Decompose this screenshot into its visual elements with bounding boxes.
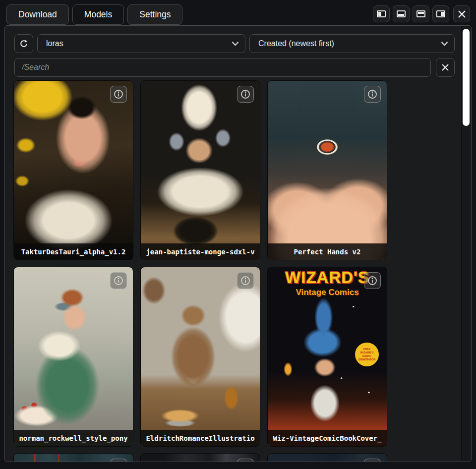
search-input[interactable] xyxy=(14,58,431,77)
info-icon xyxy=(113,462,124,462)
model-name: Wiz-VintageComicBookCover_ xyxy=(268,430,387,446)
tab-strip: Download Models Settings xyxy=(6,4,182,25)
info-button[interactable] xyxy=(110,86,127,103)
info-button[interactable] xyxy=(364,459,381,462)
tab-models[interactable]: Models xyxy=(72,4,124,25)
info-icon xyxy=(113,275,124,286)
model-card-7 xyxy=(14,454,133,462)
info-button[interactable] xyxy=(237,459,254,462)
split-panel-bottom-icon xyxy=(397,10,406,17)
info-icon xyxy=(240,275,251,286)
info-button[interactable] xyxy=(110,459,127,462)
tab-download-label: Download xyxy=(18,9,57,20)
dock-bottom-button[interactable] xyxy=(393,5,410,22)
info-button[interactable] xyxy=(237,86,254,103)
model-card-3: Perfect Hands v2 xyxy=(268,81,387,260)
model-card-9 xyxy=(268,454,387,462)
wizard-cover-badge: FREE WIZARD'S COMIC GENERATOR xyxy=(355,343,379,366)
info-icon xyxy=(240,89,251,100)
info-button[interactable] xyxy=(364,86,381,103)
refresh-icon xyxy=(19,39,29,49)
wizard-cover-subtitle: Vintage Comics xyxy=(268,288,387,297)
info-icon xyxy=(367,462,378,462)
close-icon xyxy=(458,10,466,18)
model-card-4: norman_rockwell_style_pony xyxy=(14,267,133,446)
split-panel-right-icon xyxy=(436,10,445,17)
scrollbar-thumb[interactable] xyxy=(463,29,470,126)
models-panel: loras Created (newest first) TakturDesTa… xyxy=(4,25,472,462)
model-card-6: WIZARD'S Vintage Comics FREE WIZARD'S CO… xyxy=(268,267,387,446)
model-name: jean-baptiste-monge-sdxl-v xyxy=(141,243,260,260)
tab-models-label: Models xyxy=(84,9,112,20)
model-thumbnail[interactable]: WIZARD'S Vintage Comics FREE WIZARD'S CO… xyxy=(268,267,387,446)
model-card-8 xyxy=(141,454,260,462)
model-name: norman_rockwell_style_pony xyxy=(14,430,133,446)
info-icon xyxy=(240,462,251,462)
model-card-grid: TakturDesTauri_alpha_v1.2 jean-baptiste-… xyxy=(14,81,387,462)
refresh-button[interactable] xyxy=(14,34,33,53)
model-thumbnail[interactable] xyxy=(14,267,133,446)
tab-settings[interactable]: Settings xyxy=(127,4,182,25)
dock-left-button[interactable] xyxy=(373,5,390,22)
info-button[interactable] xyxy=(237,272,254,289)
model-name: Perfect Hands v2 xyxy=(268,243,387,260)
model-card-1: TakturDesTauri_alpha_v1.2 xyxy=(14,81,133,260)
chevron-down-icon xyxy=(441,42,448,46)
model-name: TakturDesTauri_alpha_v1.2 xyxy=(14,243,133,260)
info-icon xyxy=(367,89,378,100)
search-wrap xyxy=(14,58,431,77)
model-name: EldritchRomanceIllustratio xyxy=(141,430,260,446)
model-thumbnail[interactable] xyxy=(141,81,260,260)
model-thumbnail[interactable] xyxy=(268,81,387,260)
scrollbar-track[interactable] xyxy=(461,26,471,461)
chevron-down-icon xyxy=(232,42,238,46)
model-card-2: jean-baptiste-monge-sdxl-v xyxy=(141,81,260,260)
model-type-value: loras xyxy=(46,39,63,48)
split-panel-left-icon xyxy=(377,10,386,17)
info-icon xyxy=(113,89,124,100)
sort-select[interactable]: Created (newest first) xyxy=(249,34,455,53)
tab-download[interactable]: Download xyxy=(6,4,69,25)
model-thumbnail[interactable] xyxy=(14,81,133,260)
dock-right-button[interactable] xyxy=(432,5,449,22)
tab-settings-label: Settings xyxy=(139,9,171,20)
dock-top-button[interactable] xyxy=(413,5,429,22)
model-type-select[interactable]: loras xyxy=(37,34,245,53)
sort-value: Created (newest first) xyxy=(258,39,334,48)
close-button[interactable] xyxy=(453,5,470,22)
split-panel-top-icon xyxy=(416,10,425,17)
info-icon xyxy=(367,275,378,286)
model-thumbnail[interactable] xyxy=(141,267,260,446)
clear-search-icon xyxy=(441,63,449,71)
clear-search-button[interactable] xyxy=(436,58,455,77)
tab-bar: Download Models Settings xyxy=(0,0,476,26)
info-button[interactable] xyxy=(110,272,127,289)
model-card-5: EldritchRomanceIllustratio xyxy=(141,267,260,446)
info-button[interactable] xyxy=(364,272,381,289)
window-controls xyxy=(370,5,470,22)
